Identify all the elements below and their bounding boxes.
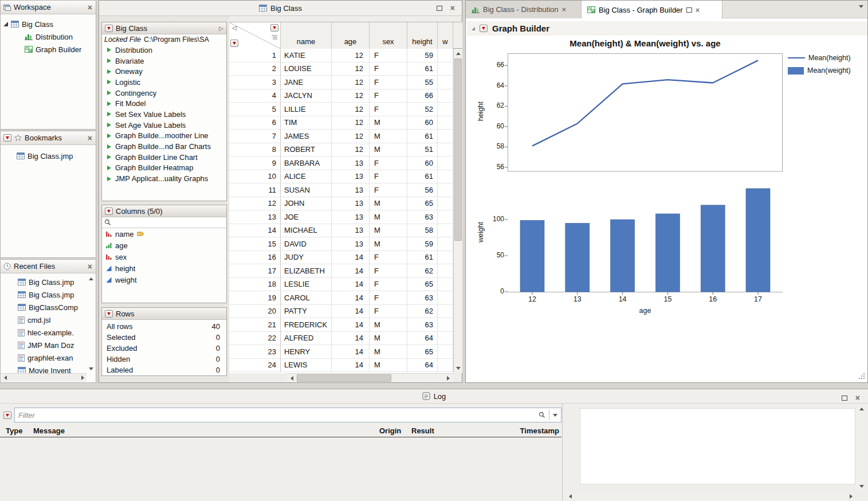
weight-cell[interactable] (438, 197, 453, 211)
height-cell[interactable]: 64 (407, 359, 438, 373)
log-filter-input[interactable] (18, 411, 535, 420)
weight-cell[interactable] (438, 264, 453, 278)
graph-builder-outline-header[interactable]: Graph Builder (467, 21, 867, 36)
height-cell[interactable]: 62 (407, 264, 438, 278)
close-icon[interactable]: × (450, 4, 455, 12)
tab-distribution[interactable]: Big Class - Distribution× (466, 1, 582, 18)
columns-red-triangle[interactable] (105, 208, 113, 215)
sex-cell[interactable]: F (370, 251, 407, 265)
weight-cell[interactable] (438, 224, 453, 238)
age-cell[interactable]: 13 (332, 224, 370, 238)
weight-cell[interactable] (438, 103, 453, 116)
weight-cell[interactable] (438, 183, 453, 197)
weight-cell[interactable] (438, 332, 453, 346)
recent-files-vertical-scrollbar[interactable] (87, 275, 95, 373)
sex-cell[interactable]: M (370, 116, 407, 130)
age-cell[interactable]: 14 (332, 305, 370, 319)
age-cell[interactable]: 13 (332, 170, 370, 184)
scrollbar-thumb[interactable] (297, 374, 391, 382)
scroll-right-icon[interactable] (847, 492, 855, 500)
rows-list-icon[interactable] (271, 34, 278, 41)
scroll-up-icon[interactable] (87, 275, 95, 283)
height-cell[interactable]: 62 (407, 305, 438, 319)
column-item[interactable]: height (102, 263, 226, 274)
close-icon[interactable]: × (88, 3, 92, 11)
recent-file-item[interactable]: cmd.jsl (1, 314, 96, 326)
table-script-item[interactable]: Graph Builder Line Chart (102, 152, 226, 163)
height-cell[interactable]: 59 (407, 49, 438, 62)
name-cell[interactable]: ROBERT (281, 143, 332, 157)
sex-cell[interactable]: F (370, 156, 407, 170)
sex-cell[interactable]: F (370, 89, 407, 103)
height-cell[interactable]: 65 (407, 278, 438, 292)
height-cell[interactable]: 58 (407, 224, 438, 238)
height-cell[interactable]: 51 (407, 143, 438, 157)
table-script-item[interactable]: Graph Builde...nd Bar Charts (102, 141, 226, 152)
table-script-item[interactable]: Graph Builder Heatmap (102, 163, 226, 174)
table-script-item[interactable]: JMP Applicat...uality Graphs (102, 173, 226, 184)
age-cell[interactable]: 13 (332, 237, 370, 251)
maximize-icon[interactable] (686, 7, 692, 13)
sex-cell[interactable]: F (370, 305, 407, 319)
maximize-icon[interactable] (842, 396, 847, 401)
height-cell[interactable]: 63 (407, 291, 438, 305)
recent-files-horizontal-scrollbar[interactable] (1, 373, 87, 382)
row-number-cell[interactable]: 1 (229, 49, 281, 62)
sex-cell[interactable]: M (370, 318, 407, 332)
name-cell[interactable]: BARBARA (281, 156, 332, 170)
age-cell[interactable]: 12 (332, 116, 370, 130)
name-cell[interactable]: TIM (281, 116, 332, 130)
age-cell[interactable]: 14 (332, 264, 370, 278)
name-cell[interactable]: DAVID (281, 237, 332, 251)
height-cell[interactable]: 59 (407, 237, 438, 251)
name-cell[interactable]: CAROL (281, 291, 332, 305)
name-cell[interactable]: LESLIE (281, 278, 332, 292)
resize-grip[interactable] (859, 373, 865, 379)
age-cell[interactable]: 12 (332, 130, 370, 143)
scrollbar-thumb[interactable] (454, 58, 462, 241)
scroll-down-icon[interactable] (857, 482, 866, 491)
log-column-origin[interactable]: Origin (379, 426, 401, 435)
column-item[interactable]: weight (102, 274, 226, 285)
sex-cell[interactable]: M (370, 345, 407, 359)
scroll-left-icon[interactable] (1, 374, 9, 382)
height-cell[interactable]: 56 (407, 183, 438, 197)
age-cell[interactable]: 12 (332, 103, 370, 116)
tree-expander-icon[interactable] (3, 22, 8, 26)
row-number-cell[interactable]: 18 (229, 278, 281, 292)
age-cell[interactable]: 13 (332, 197, 370, 211)
row-number-cell[interactable]: 23 (229, 345, 281, 359)
height-cell[interactable]: 60 (407, 156, 438, 170)
weight-cell[interactable] (438, 237, 453, 251)
scroll-left-icon[interactable] (566, 492, 575, 500)
name-cell[interactable]: PATTY (281, 305, 332, 319)
name-cell[interactable]: JAMES (281, 130, 332, 143)
age-cell[interactable]: 12 (332, 49, 370, 62)
weight-cell[interactable] (438, 278, 453, 292)
name-cell[interactable]: LILLIE (281, 103, 332, 116)
row-number-cell[interactable]: 8 (229, 143, 281, 157)
height-cell[interactable]: 61 (407, 130, 438, 143)
age-cell[interactable]: 13 (332, 210, 370, 224)
row-number-cell[interactable]: 17 (229, 264, 281, 278)
sex-cell[interactable]: F (370, 49, 407, 62)
age-cell[interactable]: 14 (332, 359, 370, 373)
age-cell[interactable]: 12 (332, 143, 370, 157)
row-number-cell[interactable]: 4 (229, 89, 281, 103)
weight-cell[interactable] (438, 62, 453, 76)
column-item[interactable]: sex (102, 251, 226, 263)
height-cell[interactable]: 65 (407, 197, 438, 211)
graph-builder-red-triangle[interactable] (480, 25, 488, 32)
row-stat[interactable]: Labeled0 (102, 365, 226, 375)
column-item[interactable]: name (102, 228, 226, 240)
panel-expand-icon[interactable]: ▷ (219, 25, 223, 32)
row-number-cell[interactable]: 14 (229, 224, 281, 238)
height-cell[interactable]: 65 (407, 345, 438, 359)
row-number-cell[interactable]: 9 (229, 156, 281, 170)
weight-cell[interactable] (438, 156, 453, 170)
table-script-item[interactable]: Graph Builde...moother Line (102, 131, 226, 142)
weight-cell[interactable] (438, 143, 453, 157)
row-stat[interactable]: Excluded0 (102, 343, 226, 354)
table-script-item[interactable]: Set Sex Value Labels (102, 109, 226, 120)
row-number-cell[interactable]: 2 (229, 62, 281, 76)
